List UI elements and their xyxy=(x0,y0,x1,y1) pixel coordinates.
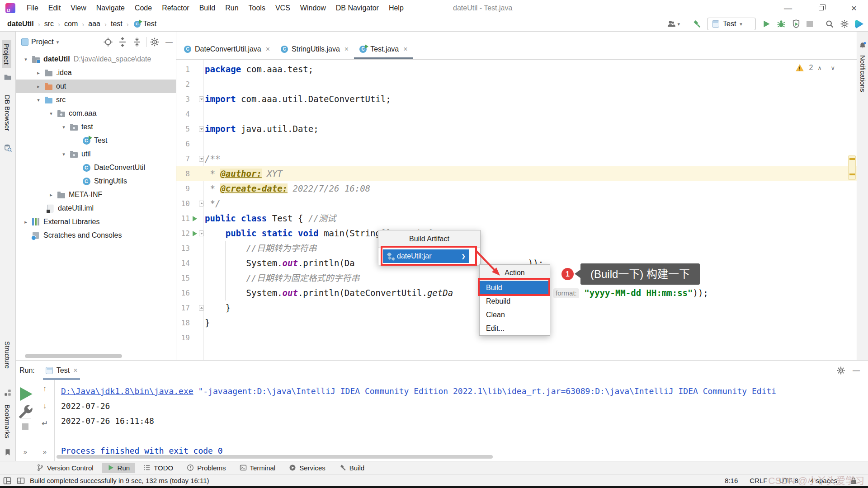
run-configuration-select[interactable]: Test ▾ xyxy=(707,18,756,30)
tree-item-test[interactable]: ▾test xyxy=(16,120,176,134)
fold-marker-icon[interactable] xyxy=(199,156,204,162)
stop-button[interactable] xyxy=(807,21,813,27)
menu-edit[interactable]: Edit xyxy=(43,0,66,16)
editor-tab-test-java[interactable]: Test.java× xyxy=(354,39,413,59)
menu-tools[interactable]: Tools xyxy=(244,0,270,16)
menu-navigate[interactable]: Navigate xyxy=(91,0,130,16)
console-java-exe-link[interactable]: D:\Java\jdk1.8\bin\java.exe xyxy=(61,386,193,396)
line-separator[interactable]: CRLF xyxy=(750,477,767,484)
profile-button[interactable]: ▾ xyxy=(667,19,680,28)
menu-db-navigator[interactable]: DB Navigator xyxy=(331,0,384,16)
maximize-button[interactable] xyxy=(811,0,830,16)
menu-window[interactable]: Window xyxy=(295,0,331,16)
minimize-button[interactable]: — xyxy=(778,0,797,16)
coverage-button[interactable] xyxy=(792,19,801,28)
close-icon[interactable]: × xyxy=(344,45,349,53)
settings-button[interactable] xyxy=(840,19,849,28)
toolwindow-button-run[interactable]: Run xyxy=(102,463,135,473)
rerun-button[interactable] xyxy=(16,385,35,404)
toolwindow-button-version-control[interactable]: Version Control xyxy=(32,463,99,473)
fold-marker-icon[interactable] xyxy=(199,201,204,206)
tree-item-dateutil[interactable]: ▾dateUtilD:\java\idea_space\date xyxy=(16,52,176,66)
fold-marker-icon[interactable] xyxy=(199,230,204,236)
caret-position[interactable]: 8:16 xyxy=(725,477,738,484)
chevron-collapsed-icon[interactable]: ▸ xyxy=(33,70,44,76)
run-gutter-icon[interactable] xyxy=(193,231,197,236)
editor-tab-stringutils-java[interactable]: StringUtils.java× xyxy=(275,39,354,59)
tree-item-src[interactable]: ▾src xyxy=(16,93,176,107)
menu-file[interactable]: File xyxy=(22,0,43,16)
tree-item-external-libraries[interactable]: ▸External Libraries xyxy=(16,215,176,229)
tool-button-project[interactable]: Project xyxy=(2,40,11,68)
warning-stripe-mark[interactable] xyxy=(849,158,855,160)
panel-options-button[interactable] xyxy=(150,37,160,47)
warning-stripe-mark[interactable] xyxy=(849,174,855,175)
project-panel-title[interactable]: Project xyxy=(31,38,54,46)
chevron-expanded-icon[interactable]: ▾ xyxy=(46,111,57,117)
menu-vcs[interactable]: VCS xyxy=(270,0,295,16)
run-settings-button[interactable] xyxy=(836,366,845,375)
fold-marker-icon[interactable] xyxy=(199,96,204,102)
structure-icon[interactable] xyxy=(4,389,12,397)
breadcrumb-item-com[interactable]: com xyxy=(63,20,79,28)
breadcrumb-item-class[interactable]: Test xyxy=(142,20,157,28)
close-icon[interactable]: × xyxy=(266,45,270,53)
hide-panel-button[interactable]: — xyxy=(164,37,174,47)
tool-button-bookmarks[interactable]: Bookmarks xyxy=(4,404,11,438)
chevron-down-icon[interactable]: ▾ xyxy=(57,39,59,45)
tool-window-switcher-icon[interactable] xyxy=(3,476,12,485)
tree-item-dateconvertutil[interactable]: DateConvertUtil xyxy=(16,161,176,174)
more-actions-button[interactable]: » xyxy=(16,448,35,455)
menu-help[interactable]: Help xyxy=(384,0,409,16)
chevron-collapsed-icon[interactable]: ▸ xyxy=(20,219,31,225)
menu-refactor[interactable]: Refactor xyxy=(157,0,194,16)
tree-item-out[interactable]: ▸out xyxy=(16,80,176,93)
tree-item-meta-inf[interactable]: ▸META-INF xyxy=(16,188,176,202)
locate-file-button[interactable] xyxy=(103,37,113,47)
breadcrumb-item-dateUtil[interactable]: dateUtil xyxy=(6,20,35,28)
action-item-edit-[interactable]: Edit... xyxy=(480,322,550,335)
toolwindow-button-terminal[interactable]: Terminal xyxy=(235,463,281,473)
more-actions-button[interactable]: » xyxy=(35,448,54,455)
toolwindow-button-problems[interactable]: Problems xyxy=(182,463,231,473)
indent-setting[interactable]: 4 spaces xyxy=(810,477,837,484)
breadcrumb-item-src[interactable]: src xyxy=(43,20,55,28)
toolwindow-button-services[interactable]: Services xyxy=(284,463,330,473)
run-config-settings-icon[interactable] xyxy=(16,403,35,422)
tool-button-db-browser[interactable]: DB Browser xyxy=(4,95,11,131)
status-message[interactable]: Build completed successfully in 9 sec, 1… xyxy=(30,477,209,484)
chevron-collapsed-icon[interactable]: ▸ xyxy=(46,192,57,198)
project-horizontal-scrollbar[interactable] xyxy=(25,354,122,358)
folder-icon[interactable] xyxy=(4,73,12,81)
fold-marker-icon[interactable] xyxy=(199,305,204,311)
run-gutter-icon[interactable] xyxy=(193,216,197,221)
chevron-collapsed-icon[interactable]: ▸ xyxy=(33,84,44,89)
menu-view[interactable]: View xyxy=(66,0,91,16)
tool-button-structure[interactable]: Structure xyxy=(4,341,11,369)
breadcrumb-item-aaa[interactable]: aaa xyxy=(87,20,101,28)
event-log-icon[interactable] xyxy=(16,476,25,485)
tree-item-util[interactable]: ▾util xyxy=(16,147,176,161)
hide-run-panel-button[interactable]: — xyxy=(853,366,860,375)
expand-all-button[interactable] xyxy=(118,37,127,47)
scroll-down-icon[interactable]: ↓ xyxy=(35,402,54,411)
run-tab-test[interactable]: Test × xyxy=(43,361,80,380)
tree-item-dateutil-iml[interactable]: dateUtil.iml xyxy=(16,202,176,215)
notifications-bell-icon[interactable] xyxy=(859,42,867,50)
close-button[interactable]: × xyxy=(844,0,863,16)
action-item-rebuild[interactable]: Rebuild xyxy=(480,295,550,308)
close-icon[interactable]: × xyxy=(73,366,77,375)
ide-features-icon[interactable] xyxy=(855,20,863,28)
chevron-expanded-icon[interactable]: ▾ xyxy=(20,56,31,62)
scroll-up-icon[interactable]: ↑ xyxy=(35,385,54,394)
run-button[interactable] xyxy=(762,19,771,28)
menu-code[interactable]: Code xyxy=(130,0,157,16)
menu-build[interactable]: Build xyxy=(194,0,221,16)
toolwindow-button-build[interactable]: Build xyxy=(334,463,369,473)
search-everywhere-button[interactable] xyxy=(825,19,834,28)
run-console[interactable]: D:\Java\jdk1.8\bin\java.exe "-javaagent:… xyxy=(55,380,868,461)
tree-item-stringutils[interactable]: StringUtils xyxy=(16,174,176,188)
editor-tab-dateconvertutil-java[interactable]: DateConvertUtil.java× xyxy=(179,39,275,59)
tree-item-scratches-and-consoles[interactable]: Scratches and Consoles xyxy=(16,229,176,242)
build-project-button[interactable] xyxy=(692,19,701,28)
